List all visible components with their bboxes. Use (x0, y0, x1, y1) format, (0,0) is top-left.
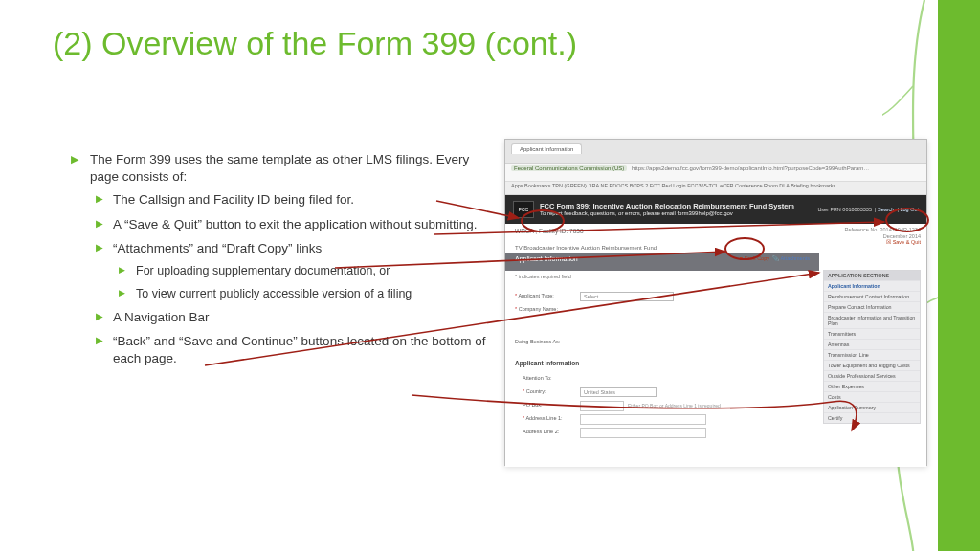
attention-to-label: Attention To: (523, 375, 551, 381)
nav-item[interactable]: Broadcaster Information and Transition P… (824, 312, 920, 328)
bullet-attachments-draft: “Attachments” and “Draft Copy” links For… (90, 240, 498, 302)
bullet-upload-docs: For uploading supplementary documentatio… (113, 263, 498, 279)
draft-copy-label: Draft Copy (745, 255, 769, 261)
nav-header: APPLICATION SECTIONS (824, 271, 920, 280)
section-heading-2: Applicant Information (515, 360, 579, 366)
save-quit-button[interactable]: Save & Quit (893, 239, 921, 245)
nav-item[interactable]: Tower Equipment and Rigging Costs (824, 360, 920, 370)
bullet-nav-bar: A Navigation Bar (90, 309, 498, 326)
accent-bar (938, 0, 980, 551)
nav-item[interactable]: Transmission Line (824, 349, 920, 360)
address2-input[interactable] (580, 428, 706, 438)
site-identity-badge: Federal Communications Commission (US) (511, 165, 627, 171)
navigation-sidebar: APPLICATION SECTIONS Applicant Informati… (823, 270, 921, 424)
bookmarks-bar: Apps Bookmarks TPN (GREEN) JIRA NE EDOCS… (505, 182, 926, 195)
logout-link[interactable]: Log Out (900, 207, 919, 212)
app-title: FCC Form 399: Incentive Auction Relocati… (540, 202, 794, 210)
reference-date: December 2014 (844, 233, 921, 240)
form399-screenshot: Applicant Information Federal Communicat… (504, 139, 927, 466)
attachments-link[interactable]: 📎 Attachments (772, 255, 810, 261)
bullet-intro: The Form 399 uses the same template as o… (67, 151, 498, 368)
user-frn: User FRN 0018003335 (817, 207, 872, 212)
app-subtitle: To report feedback, questions, or errors… (540, 210, 794, 218)
address2-label: Address Line 2: (523, 429, 559, 434)
nav-item[interactable]: Other Expenses (824, 381, 920, 391)
form-page-subtitle: TV Broadcaster Incentive Auction Reimbur… (515, 245, 657, 251)
nav-item[interactable]: Application Summary (824, 402, 920, 412)
browser-tab: Applicant Information (511, 143, 582, 154)
nav-item[interactable]: Prepare Contact Information (824, 301, 920, 312)
browser-url-bar: Federal Communications Commission (US) h… (505, 164, 926, 182)
nav-item[interactable]: Reimbursement Contact Information (824, 291, 920, 301)
pobox-hint: Either PO Box or Address Line 1 is requi… (628, 403, 721, 408)
callsign-facility-id: WRCA , Facility ID: 7038 (515, 228, 584, 234)
nav-item[interactable]: Costs (824, 391, 920, 402)
dba-label: Doing Business As: (515, 339, 560, 344)
bullet-text: The Form 399 uses the same template as o… (90, 152, 469, 184)
company-name-label: * Company Name: (515, 306, 558, 312)
reference-number: Reference No. 20141104R-1234 (844, 227, 921, 233)
country-select[interactable]: United States (580, 387, 657, 397)
bullet-back-save: “Back” and “Save and Continue” buttons l… (90, 333, 498, 367)
required-field-hint: * indicates required field (515, 274, 571, 279)
form-stage: WRCA , Facility ID: 7038 TV Broadcaster … (505, 224, 926, 467)
address1-input[interactable] (580, 414, 706, 425)
bullet-save-quit: A “Save & Quit” button to exit the appli… (90, 216, 498, 233)
applicant-type-select[interactable]: Select… (580, 292, 674, 301)
attachments-label: Attachments (780, 255, 810, 261)
url-text: https://apps2demo.fcc.gov/form399-demo/a… (632, 165, 869, 171)
nav-item[interactable]: Outside Professional Services (824, 370, 920, 381)
page-title: (2) Overview of the Form 399 (cont.) (53, 25, 577, 62)
bullet-callsign: The Callsign and Facility ID being filed… (90, 191, 498, 209)
app-header: FCC FCC Form 399: Incentive Auction Relo… (505, 195, 926, 224)
bullet-text: “Attachments” and “Draft Copy” links (113, 241, 322, 255)
country-label: * Country: (523, 388, 546, 394)
search-link[interactable]: Search (878, 207, 894, 212)
browser-chrome: Applicant Information (505, 140, 926, 164)
nav-item[interactable]: Antennas (824, 339, 920, 349)
fcc-logo: FCC (513, 201, 534, 218)
bullet-body: The Form 399 uses the same template as o… (67, 151, 498, 376)
draft-copy-link[interactable]: ■ Draft Copy (740, 255, 769, 261)
top-right-meta: Reference No. 20141104R-1234 December 20… (844, 227, 921, 246)
nav-item[interactable]: Transmitters (824, 328, 920, 339)
pobox-label: PO Box: (523, 402, 542, 408)
nav-item[interactable]: Certify (824, 412, 920, 423)
applicant-type-label: * Applicant Type: (515, 293, 554, 298)
nav-item[interactable]: Applicant Information (824, 280, 920, 291)
bullet-view-filing: To view current publicly accessible vers… (113, 286, 498, 302)
pobox-input[interactable] (580, 401, 624, 411)
address1-label: * Address Line 1: (523, 415, 563, 421)
